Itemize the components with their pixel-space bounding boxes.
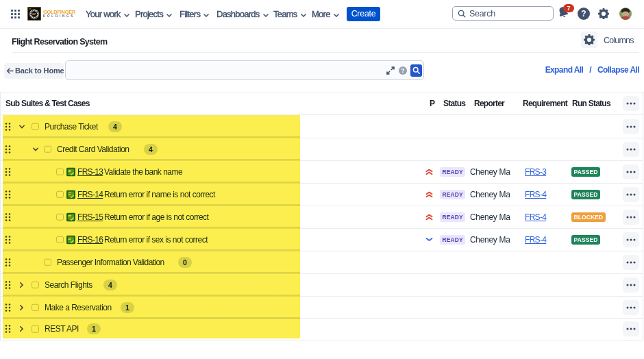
svg-text:GF: GF (32, 12, 36, 16)
